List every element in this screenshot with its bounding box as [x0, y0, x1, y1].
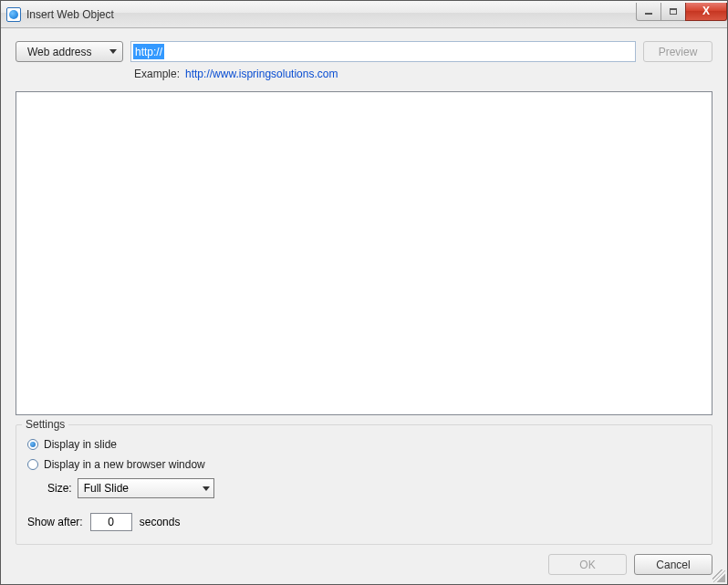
url-input-wrap: http:// — [130, 41, 636, 62]
size-label: Size: — [47, 482, 72, 495]
maximize-button[interactable] — [660, 3, 686, 21]
address-mode-dropdown[interactable]: Web address — [16, 41, 123, 62]
show-after-input[interactable] — [90, 513, 132, 531]
settings-group: Settings Display in slide Display in a n… — [16, 424, 712, 545]
example-label: Example: — [134, 68, 180, 80]
show-after-unit: seconds — [140, 516, 181, 528]
radio-label: Display in slide — [44, 438, 117, 451]
preview-area — [16, 91, 712, 415]
radio-display-in-slide[interactable]: Display in slide — [27, 438, 701, 451]
cancel-button[interactable]: Cancel — [634, 554, 712, 575]
minimize-button[interactable] — [636, 3, 661, 21]
ok-button[interactable]: OK — [548, 554, 627, 575]
client-area: Web address http:// Preview Example: htt… — [1, 28, 727, 584]
example-link[interactable]: http://www.ispringsolutions.com — [185, 68, 338, 80]
window-title: Insert Web Object — [26, 8, 637, 21]
radio-label: Display in a new browser window — [44, 458, 205, 471]
resize-grip-icon[interactable] — [712, 569, 725, 582]
chevron-down-icon — [109, 49, 117, 54]
radio-display-new-window[interactable]: Display in a new browser window — [27, 458, 701, 471]
chevron-down-icon — [203, 486, 210, 491]
example-row: Example: http://www.ispringsolutions.com — [134, 68, 712, 80]
size-select[interactable]: Full Slide — [78, 478, 214, 498]
address-mode-label: Web address — [27, 46, 91, 58]
app-icon — [6, 7, 21, 22]
size-row: Size: Full Slide — [47, 478, 701, 498]
radio-icon — [27, 439, 38, 450]
size-value: Full Slide — [84, 482, 129, 495]
titlebar[interactable]: Insert Web Object X — [1, 1, 727, 28]
preview-button[interactable]: Preview — [643, 41, 712, 62]
settings-legend: Settings — [22, 418, 68, 431]
dialog-window: Insert Web Object X Web address http:// … — [0, 0, 728, 585]
address-row: Web address http:// Preview — [16, 41, 712, 62]
radio-icon — [27, 459, 38, 470]
show-after-label: Show after: — [27, 516, 83, 528]
dialog-buttons: OK Cancel — [16, 554, 712, 575]
url-input[interactable] — [130, 41, 636, 62]
show-after-row: Show after: seconds — [27, 513, 701, 531]
url-input-selection: http:// — [133, 44, 164, 59]
window-controls: X — [637, 3, 727, 21]
close-button[interactable]: X — [685, 3, 727, 21]
